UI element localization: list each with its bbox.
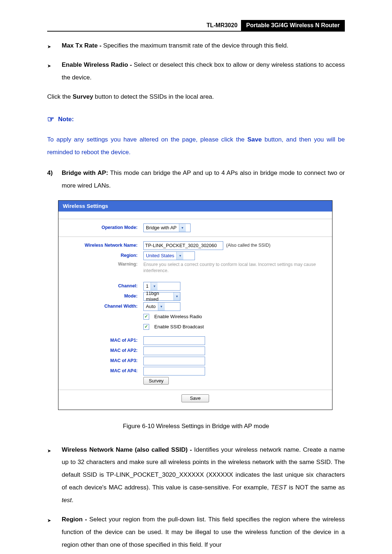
chevron-down-icon: ▾ bbox=[179, 224, 186, 232]
note-body: To apply any settings you have altered o… bbox=[47, 134, 345, 159]
row-mac4: MAC of AP4: bbox=[65, 367, 326, 376]
chevron-down-icon: ▾ bbox=[151, 282, 158, 290]
row-channel-width: Channel Width: Auto ▾ bbox=[65, 302, 326, 311]
page-content: ➤ Max Tx Rate - Specifies the maximum tr… bbox=[47, 32, 345, 551]
bullet-bold: Max Tx Rate - bbox=[62, 42, 102, 49]
operation-mode-select[interactable]: Bridge with AP ▾ bbox=[143, 223, 191, 232]
row-operation-mode: Operation Mode: Bridge with AP ▾ bbox=[65, 223, 326, 232]
operation-mode-value: Bridge with AP bbox=[144, 225, 179, 231]
bullet-region: ➤ Region - Select your region from the p… bbox=[47, 513, 345, 551]
channel-value: 1 bbox=[144, 283, 151, 289]
survey-instruction: Click the Survey button to detect the SS… bbox=[47, 91, 345, 103]
save-button[interactable]: Save bbox=[181, 394, 209, 402]
warning-text: Ensure you select a correct country to c… bbox=[143, 262, 326, 274]
survey-pre: Click the bbox=[47, 93, 73, 100]
figure-caption: Figure 6-10 Wireless Settings in Bridge … bbox=[47, 420, 345, 433]
row-mac3: MAC of AP3: bbox=[65, 357, 326, 365]
bullet-rest1: Select your region from the pull-down li… bbox=[62, 516, 345, 548]
region-value: United States bbox=[144, 253, 176, 259]
bullet-italic2: test bbox=[62, 497, 72, 504]
region-select[interactable]: United States ▾ bbox=[143, 251, 195, 260]
row-enable-ssid: ✓ Enable SSID Broadcast bbox=[65, 323, 326, 331]
note-title: Note: bbox=[58, 113, 74, 126]
row-mode: Mode: 11bgn mixed ▾ bbox=[65, 292, 326, 301]
bullet-arrow-icon: ➤ bbox=[47, 444, 62, 507]
label-mac1: MAC of AP1: bbox=[65, 338, 143, 343]
pointing-hand-icon: ☞ bbox=[47, 111, 54, 127]
note-pre: To apply any settings you have altered o… bbox=[47, 136, 247, 143]
mac4-input[interactable] bbox=[143, 367, 205, 376]
row-mac2: MAC of AP2: bbox=[65, 346, 326, 355]
survey-post: button to detect the SSIDs in the local … bbox=[93, 93, 214, 100]
bullet-bold: Enable Wireless Radio - bbox=[62, 61, 132, 68]
label-mac2: MAC of AP2: bbox=[65, 348, 143, 353]
channel-select[interactable]: 1 ▾ bbox=[143, 282, 180, 291]
header-product: Portable 3G/4G Wireless N Router bbox=[241, 20, 345, 31]
label-warning: Warning: bbox=[65, 262, 143, 267]
label-region: Region: bbox=[65, 253, 143, 258]
row-warning: Warning: Ensure you select a correct cou… bbox=[65, 262, 326, 274]
mac3-input[interactable] bbox=[143, 357, 205, 365]
num-label: 4) bbox=[47, 167, 62, 192]
header-model: TL-MR3020 bbox=[47, 20, 241, 31]
bullet-bold: Region - bbox=[62, 516, 87, 523]
bullet-bold: Wireless Network Name (also called SSID)… bbox=[62, 446, 192, 453]
row-channel: Channel: 1 ▾ bbox=[65, 282, 326, 291]
mac1-input[interactable] bbox=[143, 336, 205, 345]
bullet-rest2: is NOT the same as bbox=[287, 484, 345, 491]
row-region: Region: United States ▾ bbox=[65, 251, 326, 260]
label-operation-mode: Operation Mode: bbox=[65, 225, 143, 230]
row-mac1: MAC of AP1: bbox=[65, 336, 326, 345]
bullet-rest3: . bbox=[72, 497, 73, 504]
mode-value: 11bgn mixed bbox=[144, 291, 173, 302]
row-wireless-name: Wireless Network Name: (Also called the … bbox=[65, 241, 326, 250]
note-bold: Save bbox=[247, 136, 262, 143]
enable-ssid-checkbox[interactable]: ✓ bbox=[143, 324, 149, 330]
mac2-input[interactable] bbox=[143, 346, 205, 355]
page-header: TL-MR3020 Portable 3G/4G Wireless N Rout… bbox=[47, 20, 345, 32]
label-channel: Channel: bbox=[65, 283, 143, 289]
ssid-aside: (Also called the SSID) bbox=[226, 243, 270, 248]
channel-width-select[interactable]: Auto ▾ bbox=[143, 302, 180, 311]
chevron-down-icon: ▾ bbox=[158, 303, 165, 311]
channel-width-value: Auto bbox=[144, 304, 158, 309]
chevron-down-icon: ▾ bbox=[176, 252, 183, 260]
bullet-enable-wireless-radio: ➤ Enable Wireless Radio - Select or dese… bbox=[47, 59, 345, 84]
label-channel-width: Channel Width: bbox=[65, 304, 143, 309]
num-bold: Bridge with AP: bbox=[62, 169, 108, 176]
survey-bold: Survey bbox=[73, 93, 93, 100]
row-survey: Survey bbox=[65, 377, 326, 385]
label-wireless-name: Wireless Network Name: bbox=[65, 243, 143, 248]
enable-radio-checkbox[interactable]: ✓ bbox=[143, 314, 149, 320]
wireless-name-input[interactable] bbox=[143, 241, 223, 250]
label-mac3: MAC of AP3: bbox=[65, 358, 143, 364]
survey-button[interactable]: Survey bbox=[143, 377, 169, 385]
label-mode: Mode: bbox=[65, 294, 143, 299]
label-mac4: MAC of AP4: bbox=[65, 368, 143, 374]
wireless-settings-screenshot: Wireless Settings Operation Mode: Bridge… bbox=[58, 200, 332, 410]
row-enable-radio: ✓ Enable Wireless Radio bbox=[65, 312, 326, 321]
chevron-down-icon: ▾ bbox=[173, 292, 180, 300]
enable-ssid-label: Enable SSID Broadcast bbox=[154, 324, 204, 330]
mode-select[interactable]: 11bgn mixed ▾ bbox=[143, 292, 180, 301]
panel-title: Wireless Settings bbox=[58, 201, 332, 212]
bullet-italic1: TEST bbox=[271, 484, 286, 491]
bullet-wireless-network-name: ➤ Wireless Network Name (also called SSI… bbox=[47, 444, 345, 507]
numbered-item-4: 4) Bridge with AP: This mode can bridge … bbox=[47, 167, 345, 192]
note-header: ☞ Note: bbox=[47, 111, 345, 127]
bullet-rest: Specifies the maximum transmit rate of t… bbox=[102, 42, 289, 49]
bullet-arrow-icon: ➤ bbox=[47, 513, 62, 551]
bullet-arrow-icon: ➤ bbox=[47, 59, 62, 84]
bullet-max-tx-rate: ➤ Max Tx Rate - Specifies the maximum tr… bbox=[47, 40, 345, 52]
enable-radio-label: Enable Wireless Radio bbox=[154, 314, 202, 320]
bullet-arrow-icon: ➤ bbox=[47, 40, 62, 52]
